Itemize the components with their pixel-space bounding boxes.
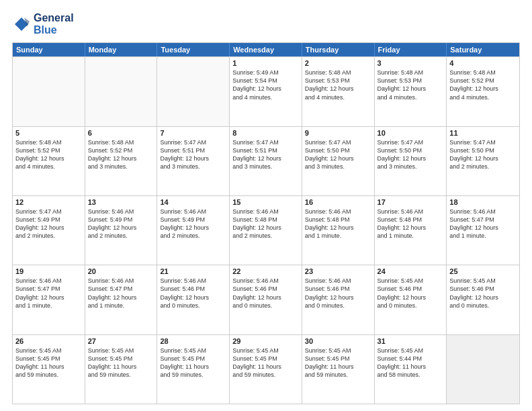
header-cell-monday: Monday — [85, 43, 158, 56]
cell-info: Sunrise: 5:45 AM Sunset: 5:45 PM Dayligh… — [160, 347, 226, 379]
cell-info: Sunrise: 5:46 AM Sunset: 5:49 PM Dayligh… — [160, 208, 226, 240]
day-number: 19 — [15, 267, 82, 275]
cell-info: Sunrise: 5:46 AM Sunset: 5:46 PM Dayligh… — [232, 277, 299, 310]
day-number: 26 — [15, 337, 82, 345]
calendar-row-0: 1Sunrise: 5:49 AM Sunset: 5:54 PM Daylig… — [13, 56, 519, 126]
calendar-row-2: 12Sunrise: 5:47 AM Sunset: 5:49 PM Dayli… — [13, 195, 519, 265]
day-number: 11 — [449, 129, 517, 137]
calendar-cell: 19Sunrise: 5:46 AM Sunset: 5:47 PM Dayli… — [13, 265, 85, 334]
calendar-cell: 30Sunrise: 5:45 AM Sunset: 5:45 PM Dayli… — [302, 335, 375, 404]
calendar-cell: 27Sunrise: 5:45 AM Sunset: 5:45 PM Dayli… — [85, 335, 158, 404]
calendar-header: SundayMondayTuesdayWednesdayThursdayFrid… — [13, 43, 519, 56]
calendar-cell: 21Sunrise: 5:46 AM Sunset: 5:46 PM Dayli… — [157, 265, 230, 334]
calendar-cell: 8Sunrise: 5:47 AM Sunset: 5:51 PM Daylig… — [230, 127, 302, 195]
cell-info: Sunrise: 5:46 AM Sunset: 5:48 PM Dayligh… — [378, 208, 444, 240]
calendar-cell — [85, 57, 158, 126]
calendar-cell — [447, 335, 519, 404]
cell-info: Sunrise: 5:45 AM Sunset: 5:46 PM Dayligh… — [449, 277, 517, 310]
calendar-cell: 11Sunrise: 5:47 AM Sunset: 5:50 PM Dayli… — [447, 127, 519, 195]
calendar-cell: 24Sunrise: 5:45 AM Sunset: 5:46 PM Dayli… — [375, 265, 447, 334]
calendar-cell: 26Sunrise: 5:45 AM Sunset: 5:45 PM Dayli… — [13, 335, 85, 404]
cell-info: Sunrise: 5:46 AM Sunset: 5:46 PM Dayligh… — [160, 277, 226, 310]
day-number: 27 — [88, 337, 154, 345]
calendar-cell: 9Sunrise: 5:47 AM Sunset: 5:50 PM Daylig… — [302, 127, 375, 195]
day-number: 14 — [160, 198, 226, 206]
calendar-cell: 14Sunrise: 5:46 AM Sunset: 5:49 PM Dayli… — [157, 196, 230, 265]
cell-info: Sunrise: 5:48 AM Sunset: 5:52 PM Dayligh… — [88, 138, 154, 171]
calendar-cell: 7Sunrise: 5:47 AM Sunset: 5:51 PM Daylig… — [157, 127, 230, 195]
cell-info: Sunrise: 5:46 AM Sunset: 5:46 PM Dayligh… — [305, 277, 371, 310]
cell-info: Sunrise: 5:48 AM Sunset: 5:53 PM Dayligh… — [305, 68, 371, 101]
day-number: 3 — [378, 59, 444, 67]
header-cell-friday: Friday — [375, 43, 447, 56]
calendar-row-1: 5Sunrise: 5:48 AM Sunset: 5:52 PM Daylig… — [13, 126, 519, 195]
cell-info: Sunrise: 5:47 AM Sunset: 5:51 PM Dayligh… — [232, 138, 299, 171]
cell-info: Sunrise: 5:46 AM Sunset: 5:47 PM Dayligh… — [449, 208, 517, 240]
cell-info: Sunrise: 5:48 AM Sunset: 5:52 PM Dayligh… — [449, 68, 517, 101]
calendar-cell: 29Sunrise: 5:45 AM Sunset: 5:45 PM Dayli… — [230, 335, 302, 404]
calendar-cell: 17Sunrise: 5:46 AM Sunset: 5:48 PM Dayli… — [375, 196, 447, 265]
cell-info: Sunrise: 5:45 AM Sunset: 5:45 PM Dayligh… — [88, 347, 154, 379]
calendar-cell: 22Sunrise: 5:46 AM Sunset: 5:46 PM Dayli… — [230, 265, 302, 334]
day-number: 22 — [232, 267, 299, 275]
calendar-cell: 12Sunrise: 5:47 AM Sunset: 5:49 PM Dayli… — [13, 196, 85, 265]
cell-info: Sunrise: 5:45 AM Sunset: 5:44 PM Dayligh… — [378, 347, 444, 379]
day-number: 5 — [15, 129, 82, 137]
day-number: 30 — [305, 337, 371, 345]
calendar-cell — [13, 57, 85, 126]
header-cell-sunday: Sunday — [13, 43, 85, 56]
calendar-cell: 5Sunrise: 5:48 AM Sunset: 5:52 PM Daylig… — [13, 127, 85, 195]
header: General Blue — [12, 12, 520, 36]
cell-info: Sunrise: 5:45 AM Sunset: 5:45 PM Dayligh… — [232, 347, 299, 379]
cell-info: Sunrise: 5:45 AM Sunset: 5:45 PM Dayligh… — [305, 347, 371, 379]
logo: General Blue — [12, 12, 74, 36]
calendar-cell — [157, 57, 230, 126]
cell-info: Sunrise: 5:47 AM Sunset: 5:50 PM Dayligh… — [449, 138, 517, 171]
calendar-cell: 4Sunrise: 5:48 AM Sunset: 5:52 PM Daylig… — [447, 57, 519, 126]
day-number: 24 — [378, 267, 444, 275]
day-number: 7 — [160, 129, 226, 137]
day-number: 9 — [305, 129, 371, 137]
cell-info: Sunrise: 5:46 AM Sunset: 5:47 PM Dayligh… — [88, 277, 154, 310]
day-number: 10 — [378, 129, 444, 137]
day-number: 23 — [305, 267, 371, 275]
day-number: 8 — [232, 129, 299, 137]
logo-text-general: General — [34, 12, 74, 24]
logo-icon — [12, 15, 31, 34]
header-cell-saturday: Saturday — [447, 43, 519, 56]
day-number: 17 — [378, 198, 444, 206]
calendar-row-4: 26Sunrise: 5:45 AM Sunset: 5:45 PM Dayli… — [13, 334, 519, 404]
day-number: 13 — [88, 198, 154, 206]
day-number: 18 — [449, 198, 517, 206]
day-number: 20 — [88, 267, 154, 275]
cell-info: Sunrise: 5:48 AM Sunset: 5:52 PM Dayligh… — [15, 138, 82, 171]
cell-info: Sunrise: 5:47 AM Sunset: 5:50 PM Dayligh… — [305, 138, 371, 171]
cell-info: Sunrise: 5:49 AM Sunset: 5:54 PM Dayligh… — [232, 68, 299, 101]
calendar-cell: 25Sunrise: 5:45 AM Sunset: 5:46 PM Dayli… — [447, 265, 519, 334]
cell-info: Sunrise: 5:47 AM Sunset: 5:51 PM Dayligh… — [160, 138, 226, 171]
calendar: SundayMondayTuesdayWednesdayThursdayFrid… — [12, 42, 520, 404]
calendar-cell: 13Sunrise: 5:46 AM Sunset: 5:49 PM Dayli… — [85, 196, 158, 265]
calendar-cell: 3Sunrise: 5:48 AM Sunset: 5:53 PM Daylig… — [375, 57, 447, 126]
header-cell-tuesday: Tuesday — [157, 43, 230, 56]
header-cell-wednesday: Wednesday — [230, 43, 302, 56]
calendar-cell: 18Sunrise: 5:46 AM Sunset: 5:47 PM Dayli… — [447, 196, 519, 265]
day-number: 15 — [232, 198, 299, 206]
calendar-cell: 10Sunrise: 5:47 AM Sunset: 5:50 PM Dayli… — [375, 127, 447, 195]
cell-info: Sunrise: 5:47 AM Sunset: 5:49 PM Dayligh… — [15, 208, 82, 240]
day-number: 1 — [232, 59, 299, 67]
logo-text-blue: Blue — [34, 24, 74, 36]
calendar-cell: 20Sunrise: 5:46 AM Sunset: 5:47 PM Dayli… — [85, 265, 158, 334]
header-cell-thursday: Thursday — [302, 43, 375, 56]
day-number: 21 — [160, 267, 226, 275]
calendar-cell: 31Sunrise: 5:45 AM Sunset: 5:44 PM Dayli… — [375, 335, 447, 404]
calendar-cell: 28Sunrise: 5:45 AM Sunset: 5:45 PM Dayli… — [157, 335, 230, 404]
cell-info: Sunrise: 5:46 AM Sunset: 5:48 PM Dayligh… — [232, 208, 299, 240]
calendar-cell: 2Sunrise: 5:48 AM Sunset: 5:53 PM Daylig… — [302, 57, 375, 126]
calendar-cell: 16Sunrise: 5:46 AM Sunset: 5:48 PM Dayli… — [302, 196, 375, 265]
day-number: 12 — [15, 198, 82, 206]
cell-info: Sunrise: 5:46 AM Sunset: 5:49 PM Dayligh… — [88, 208, 154, 240]
cell-info: Sunrise: 5:46 AM Sunset: 5:48 PM Dayligh… — [305, 208, 371, 240]
day-number: 25 — [449, 267, 517, 275]
cell-info: Sunrise: 5:47 AM Sunset: 5:50 PM Dayligh… — [378, 138, 444, 171]
